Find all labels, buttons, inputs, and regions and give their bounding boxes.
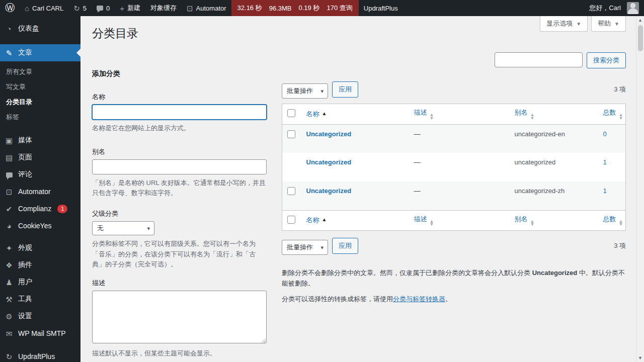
- sidebar-item-plugins[interactable]: ❖ 插件: [0, 256, 80, 274]
- sidebar-item-categories[interactable]: 分类目录: [0, 95, 80, 110]
- sidebar-item-posts[interactable]: ✎ 文章: [0, 44, 80, 61]
- comments-icon: [97, 6, 103, 11]
- column-header-name[interactable]: 名称▲: [302, 104, 410, 125]
- bulk-actions-value: 批量操作: [287, 243, 313, 252]
- select-all-checkbox[interactable]: [287, 109, 295, 117]
- apply-button[interactable]: 应用: [332, 81, 358, 98]
- sidebar-item-label: 评论: [18, 170, 32, 179]
- sidebar-item-settings[interactable]: ⚙ 设置: [0, 308, 80, 325]
- sidebar-item-pages[interactable]: ▤ 页面: [0, 149, 80, 166]
- sidebar-item-automator[interactable]: ⊡ Automator: [0, 183, 80, 200]
- updraftplus-icon: ↻: [4, 353, 14, 360]
- scroll-up-icon[interactable]: ▲: [638, 16, 642, 24]
- column-header-description[interactable]: 描述▲▼: [410, 104, 511, 125]
- my-account-menu[interactable]: 您好，Carl: [584, 0, 644, 16]
- wordpress-logo-menu[interactable]: Ⓦ: [0, 0, 20, 16]
- bulk-actions-select[interactable]: 批量操作: [282, 83, 328, 99]
- sidebar-item-users[interactable]: ♟ 用户: [0, 274, 80, 291]
- column-header-count[interactable]: 总数▲▼: [599, 104, 626, 125]
- category-name-link[interactable]: Uncategorized: [306, 158, 352, 166]
- comments-count: 0: [106, 5, 110, 12]
- admin-bar: Ⓦ ⌂Carl CARL ↻5 0 +新建 对象缓存 ⊡Automator 32…: [0, 0, 644, 16]
- sidebar-item-dashboard[interactable]: ◔ 仪表盘: [0, 20, 80, 37]
- main-content: 显示选项 ▼ 帮助 ▼ 分类目录 添加分类 名称 名称是它在您网站上的显示方式。…: [80, 16, 644, 362]
- category-count-link[interactable]: 1: [603, 187, 607, 195]
- updates-icon: ↻: [73, 5, 80, 12]
- query-monitor-menu[interactable]: 32.16 秒 96.3MB 0.19 秒 170 查询: [231, 0, 359, 16]
- sidebar-item-label: WP Mail SMTP: [18, 329, 66, 337]
- sidebar-item-appearance[interactable]: ✦ 外观: [0, 239, 80, 256]
- search-input[interactable]: [495, 52, 583, 67]
- tag-converter-link[interactable]: 分类与标签转换器: [393, 295, 445, 303]
- sidebar-item-complianz[interactable]: ✔ Complianz 1: [0, 200, 80, 217]
- category-slug: uncategorized-zh: [511, 182, 599, 210]
- sort-icons: ▲▼: [430, 113, 434, 120]
- category-description: —: [410, 153, 511, 182]
- sidebar-item-cookieyes[interactable]: ◕ CookieYes: [0, 217, 80, 234]
- qm-memory: 96.3MB: [269, 5, 292, 12]
- sidebar-item-label: 页面: [18, 153, 32, 162]
- sidebar-item-updraftplus[interactable]: ↻ UpdraftPlus: [0, 348, 80, 362]
- column-header-slug[interactable]: 别名▲▼: [511, 104, 599, 125]
- sort-icons: ▲▼: [530, 220, 535, 227]
- sidebar-item-label: UpdraftPlus: [18, 352, 55, 360]
- category-count-link[interactable]: 0: [603, 130, 607, 138]
- add-category-form: 添加分类 名称 名称是它在您网站上的显示方式。 别名 「别名」是名称的 URL …: [92, 52, 267, 362]
- category-name-input[interactable]: [92, 105, 267, 120]
- categories-table: 名称▲ 描述▲▼ 别名▲▼ 总数▲▼ Uncategorized — uncat…: [282, 104, 626, 231]
- updates-count: 5: [83, 5, 87, 12]
- description-help: 描述默认不显示，但某些主题可能会显示。: [92, 348, 267, 358]
- sidebar-item-wp-mail-smtp[interactable]: ✉ WP Mail SMTP: [0, 325, 80, 342]
- dashboard-icon: ◔: [4, 25, 14, 33]
- column-footer-description[interactable]: 描述▲▼: [410, 210, 511, 231]
- sidebar-item-new-post[interactable]: 写文章: [0, 79, 80, 95]
- site-name-menu[interactable]: ⌂Carl CARL: [20, 0, 68, 16]
- sidebar-item-label: 文章: [18, 48, 32, 57]
- scrollbar[interactable]: ▲ ▼: [636, 16, 644, 362]
- comments-menu[interactable]: 0: [92, 0, 115, 16]
- parent-category-select[interactable]: 无: [92, 221, 154, 235]
- column-footer-count[interactable]: 总数▲▼: [599, 210, 626, 231]
- sidebar-item-comments[interactable]: 评论: [0, 166, 80, 183]
- sort-icons: ▲▼: [619, 220, 623, 227]
- column-footer-name[interactable]: 名称▲: [302, 210, 410, 231]
- updraftplus-menu[interactable]: UpdraftPlus: [359, 0, 403, 16]
- screen-options-tab[interactable]: 显示选项 ▼: [540, 16, 588, 32]
- sidebar-item-tools[interactable]: ⚒ 工具: [0, 291, 80, 308]
- category-description: —: [410, 124, 511, 153]
- comments-icon: [4, 171, 14, 178]
- help-tab[interactable]: 帮助 ▼: [591, 16, 626, 32]
- object-cache-menu[interactable]: 对象缓存: [145, 0, 182, 16]
- bulk-actions-select[interactable]: 批量操作: [282, 240, 328, 255]
- category-slug-input[interactable]: [92, 159, 267, 174]
- scrollbar-thumb[interactable]: [638, 25, 643, 51]
- form-heading: 添加分类: [92, 69, 267, 78]
- column-footer-slug[interactable]: 别名▲▼: [511, 210, 599, 231]
- sidebar-item-label: 媒体: [18, 136, 32, 145]
- search-button[interactable]: 搜索分类: [587, 52, 626, 68]
- sort-asc-icon: ▲: [322, 217, 327, 222]
- automator-menu[interactable]: ⊡Automator: [182, 0, 231, 16]
- media-icon: ▣: [4, 137, 14, 144]
- category-name-link[interactable]: Uncategorized: [306, 130, 352, 138]
- row-checkbox[interactable]: [287, 187, 295, 195]
- sidebar-item-label: 外观: [18, 243, 32, 252]
- scroll-down-icon[interactable]: ▼: [638, 354, 642, 362]
- category-list-area: 搜索分类 批量操作 应用 3 项 名称▲ 描述▲▼: [282, 52, 626, 362]
- sidebar-item-tags[interactable]: 标签: [0, 110, 80, 125]
- new-content-menu[interactable]: +新建: [115, 0, 145, 16]
- sidebar-item-all-posts[interactable]: 所有文章: [0, 64, 80, 79]
- apply-button[interactable]: 应用: [332, 238, 358, 254]
- name-label: 名称: [92, 93, 267, 102]
- category-name-link[interactable]: Uncategorized: [306, 187, 352, 195]
- row-checkbox[interactable]: [287, 130, 295, 138]
- screen-meta: 显示选项 ▼ 帮助 ▼: [540, 16, 626, 32]
- sidebar-item-media[interactable]: ▣ 媒体: [0, 132, 80, 149]
- complianz-icon: ✔: [4, 205, 14, 213]
- updates-menu[interactable]: ↻5: [68, 0, 92, 16]
- category-description-textarea[interactable]: [92, 291, 267, 343]
- category-count-link[interactable]: 1: [603, 158, 607, 166]
- greeting-label: 您好，Carl: [589, 4, 621, 13]
- automator-icon: ⊡: [187, 5, 193, 12]
- select-all-checkbox[interactable]: [287, 216, 295, 224]
